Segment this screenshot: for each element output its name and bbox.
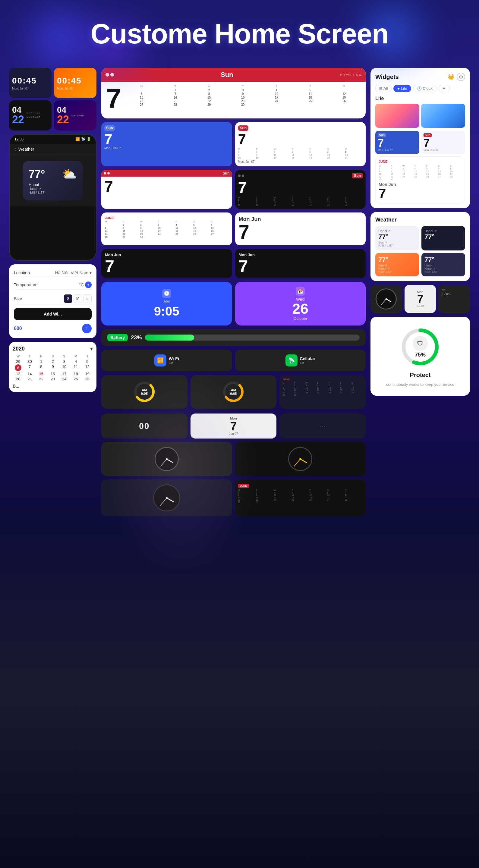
- time-cal-widget-row: 🕐 AM 9:05 📅 Wed 26 October: [101, 282, 366, 326]
- donut-svg-2: AM9:05: [221, 380, 245, 404]
- right-clock-center-1: [386, 299, 387, 300]
- left-column: 00:45 Mon, Jun 07 00:45 Mon, Jun 07 04 2…: [9, 68, 96, 516]
- battery-widget[interactable]: Battery 23%: [101, 329, 366, 346]
- mini-cal-dark[interactable]: JUNE MTWTFSS 1234567 891011121314 151617…: [279, 375, 366, 409]
- right-light-cal-num: 7: [417, 294, 423, 305]
- cal-light-1-day: Sun: [238, 125, 249, 131]
- right-dark-clock: 12:05: [442, 292, 466, 296]
- life-section-title: Life: [375, 96, 465, 101]
- photo-widget-1[interactable]: [375, 104, 419, 128]
- cal-big-month: Sun: [221, 71, 233, 79]
- tab-life[interactable]: ● Life: [393, 85, 411, 92]
- black-cal-2[interactable]: Mon Jun 7: [235, 249, 366, 278]
- month-cal-grid: JUNE MTWTFSS 123456 78910111213 14151617…: [101, 213, 366, 245]
- weather-temp-3: 77°: [378, 256, 416, 264]
- temperature-row: Temperature °C +: [14, 280, 92, 290]
- clock-analog-row: 00 Mon 7 Jun 07 ···: [101, 413, 366, 438]
- time-widget-blue[interactable]: 🕐 AM 9:05: [101, 282, 232, 326]
- weather-item-2[interactable]: Hanoi ↗ 77°: [421, 226, 465, 250]
- weather-item-3[interactable]: 77° Sunny Hanoi ↗ H:88° L:57°: [375, 253, 419, 276]
- cal-blue-1-date: Mon, Jun 07: [104, 147, 229, 150]
- panel-cal-large[interactable]: JUNE MTWTFSS 1234567 891011121314 151617…: [375, 156, 465, 204]
- right-analog-face-1: [376, 288, 397, 310]
- right-light-cal[interactable]: Mon 7 Jun 07: [405, 285, 436, 313]
- calendar-variants-grid: Sun 7 Mon, Jun 07 Sun 7 MTWTFSS 1234567 …: [101, 122, 366, 166]
- month-label: JUNE: [105, 216, 229, 220]
- right-dark-widget[interactable]: NY 12:05: [438, 285, 470, 313]
- weather-hl-4: H:88° L:57°: [424, 270, 462, 273]
- weather-panel: Weather Hanoi ↗ 77° Sunny H:88° L:57° Ha…: [370, 212, 470, 281]
- mon-jun-cal[interactable]: Mon Jun 7: [235, 213, 366, 245]
- cal-red-1[interactable]: Sun 7: [101, 170, 232, 209]
- photo-widgets: [375, 104, 465, 128]
- panel-cal-1[interactable]: Sun 7 Mon, Jun 07: [375, 131, 419, 154]
- phone-mockup: 12:30 📶 📡 🔋 ‹ Weather 77° ⛅ Hanoi Hanoi …: [9, 134, 96, 261]
- cal-wed-widget[interactable]: 📅 Wed 26 October: [235, 282, 366, 326]
- black-cal-1-num: 7: [105, 258, 229, 275]
- protect-circle: 🛡 75%: [399, 326, 441, 368]
- cal-icon: 📅: [296, 287, 305, 296]
- cellular-widget[interactable]: 📡 Cellular On: [235, 350, 366, 371]
- panel-cal-widgets: Sun 7 Mon, Jun 07 Sun 7 Mon, Jun 07: [375, 131, 465, 154]
- black-cal-1[interactable]: Mon Jun 7: [101, 249, 232, 278]
- light-cal-small[interactable]: Mon 7 Jun 07: [190, 413, 277, 438]
- analog-clock-1[interactable]: [101, 442, 232, 476]
- analog-clock-3[interactable]: [101, 479, 232, 516]
- page-title: Custome Home Screen: [12, 18, 467, 50]
- network-widgets: 📶 Wi-Fi On 📡 Cellular On: [101, 350, 366, 371]
- right-column: Widgets 👑 ⚙ ⊞ All ● Life 🕐 Clock ☀ Life: [370, 68, 470, 516]
- score-value: 600: [14, 326, 22, 331]
- cal-light-1[interactable]: Sun 7 MTWTFSS 1234567 891011121314 15161…: [235, 122, 366, 166]
- mini-cal-month: JUNE: [282, 378, 363, 381]
- cal-year-chevron[interactable]: ▾: [90, 345, 93, 352]
- size-btn-l[interactable]: L: [83, 294, 92, 303]
- clock-app-icon: 🕐: [162, 289, 171, 298]
- cal-bottom-label: B...: [13, 384, 93, 389]
- add-widget-btn[interactable]: Add Wi...: [14, 308, 92, 320]
- weather-desc-3: Sunny: [378, 264, 416, 267]
- battery-fill: [145, 335, 194, 341]
- cellular-label: Cellular: [300, 356, 315, 361]
- size-btn-m[interactable]: M: [73, 294, 82, 303]
- size-btn-s[interactable]: S: [64, 294, 72, 303]
- clock-widget-dark[interactable]: 00:45 Mon, Jun 07: [9, 68, 52, 98]
- cal-dark-1[interactable]: Sun 7 MTWTFSS 1234567 891011121314 15161…: [235, 170, 366, 209]
- clock-center-3: [166, 497, 168, 499]
- panel-cal-2-date: Mon, Jun 07: [423, 149, 463, 152]
- gear-icon[interactable]: ⚙: [457, 73, 465, 81]
- phone-icons: 📶 📡 🔋: [76, 137, 91, 141]
- right-analog-1[interactable]: [370, 285, 402, 313]
- dark-digital-clock[interactable]: 00: [101, 413, 187, 438]
- cal-clock-orange[interactable]: 04 22 Mon Jun 07: [54, 100, 96, 130]
- size-buttons: S M L: [64, 294, 92, 303]
- analog-face-2: [288, 447, 312, 471]
- right-dark-month: NY: [442, 288, 466, 291]
- black-cal-1-label: Mon Jun: [105, 253, 229, 257]
- analog-clock-2[interactable]: [235, 442, 366, 476]
- weather-sub-4: Hanoi ↗: [424, 267, 462, 270]
- donut-clock-2[interactable]: AM9:05: [190, 375, 277, 409]
- temperature-toggle[interactable]: +: [85, 281, 92, 288]
- year-calendar: 2020 ▾ WTFSSMT 293012345 6 789101112 131…: [9, 342, 96, 392]
- back-icon[interactable]: ‹: [14, 147, 16, 152]
- tab-all[interactable]: ⊞ All: [375, 85, 392, 92]
- tab-clock[interactable]: 🕐 Clock: [413, 85, 437, 92]
- tab-more[interactable]: ☀: [438, 85, 450, 92]
- weather-card: 77° ⛅ Hanoi Hanoi ↗ H:88° L:57°: [23, 161, 83, 200]
- month-text-cal[interactable]: JUNE MTWTFSS 123456 78910111213 14151617…: [101, 213, 232, 245]
- share-button[interactable]: ↑: [82, 324, 92, 333]
- donut-clock-1[interactable]: AM9:05: [101, 375, 187, 409]
- dark-cal-mini-grid[interactable]: JUNE MTWTFSS 1234567 891011121314 151617…: [235, 479, 366, 516]
- wifi-widget[interactable]: 📶 Wi-Fi On: [101, 350, 232, 371]
- location-value-group: Hà Nội, Việt Nam ▾: [55, 270, 92, 275]
- photo-widget-2[interactable]: [421, 104, 465, 128]
- weather-item-1[interactable]: Hanoi ↗ 77° Sunny H:88° L:57°: [375, 226, 419, 250]
- cal-blue-1[interactable]: Sun 7 Mon, Jun 07: [101, 122, 232, 166]
- weather-item-4[interactable]: 77° Hanoi Hanoi ↗ H:88° L:57°: [421, 253, 465, 276]
- clock-widget-orange[interactable]: 00:45 Mon, Jun 07: [54, 68, 96, 98]
- panel-cal-2[interactable]: Sun 7 Mon, Jun 07: [421, 131, 465, 154]
- weather-city: Hanoi: [29, 182, 77, 187]
- big-calendar[interactable]: Sun MTWTFSS 7 MTWTFSS 12345 6789101112 1…: [101, 68, 366, 119]
- clock-center-1: [166, 458, 168, 460]
- cal-clock-dark[interactable]: 04 22 MTWTFSS Mon, Jun 07: [9, 100, 52, 130]
